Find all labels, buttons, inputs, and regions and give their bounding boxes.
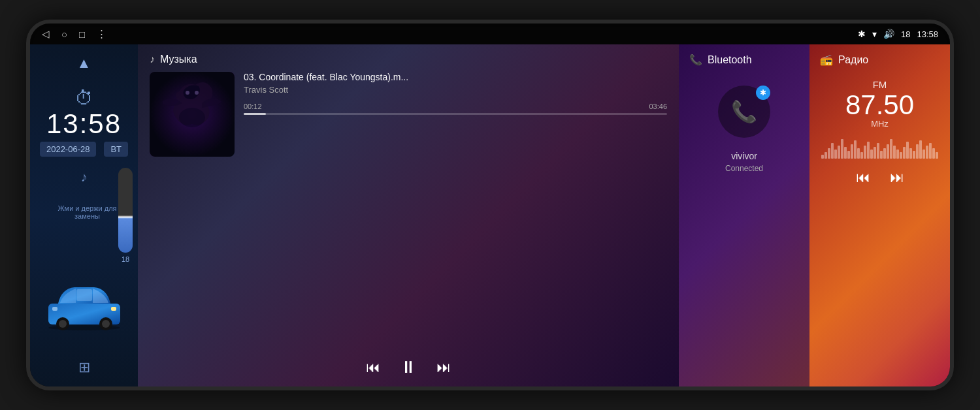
- status-right: ✱ ▾ 🔊 18 13:58: [858, 29, 938, 39]
- bt-device-name: vivivor: [689, 151, 799, 161]
- car-image[interactable]: [42, 274, 127, 333]
- wifi-status-icon: ▾: [872, 29, 877, 39]
- bluetooth-panel: 📞 Bluetooth 📞 ✱ vivivor Connected: [679, 44, 809, 386]
- nav-buttons: ◁ ○ □ ⋮: [42, 28, 106, 40]
- volume-slider[interactable]: [118, 168, 133, 253]
- time-total: 03:46: [649, 102, 667, 110]
- radio-next-button[interactable]: ⏭: [890, 169, 904, 186]
- spectrum-bar: [890, 139, 892, 159]
- bt-panel-header: 📞 Bluetooth: [689, 54, 799, 66]
- svg-rect-8: [52, 307, 57, 311]
- grid-sidebar-icon[interactable]: ⊞: [74, 355, 94, 380]
- spectrum-bar: [916, 144, 919, 159]
- spectrum-bar: [860, 152, 863, 159]
- clock-icon: ⏱: [40, 87, 128, 109]
- svg-point-10: [186, 91, 189, 95]
- spectrum-bar: [854, 140, 857, 159]
- time-current: 00:12: [244, 102, 262, 110]
- svg-point-11: [195, 91, 199, 95]
- album-art: [150, 72, 235, 157]
- spectrum-bar: [841, 139, 843, 159]
- spectrum-bar: [932, 148, 935, 159]
- device-frame: ◁ ○ □ ⋮ ✱ ▾ 🔊 18 13:58 ▲ ⏱ 13:58 2022-06…: [26, 20, 954, 390]
- bluetooth-status-icon: ✱: [858, 29, 866, 39]
- spectrum-bar: [923, 150, 925, 159]
- nav-more-button[interactable]: ⋮: [97, 28, 106, 40]
- radio-frequency: 87.50: [820, 91, 939, 119]
- bt-phone-circle[interactable]: 📞 ✱: [718, 86, 770, 138]
- track-name: 03. Coordinate (feat. Blac Youngsta).m..…: [244, 72, 667, 82]
- music-panel: ♪ Музыка: [138, 44, 679, 386]
- volume-slider-wrap[interactable]: 18: [118, 168, 133, 263]
- spectrum-bar: [896, 150, 899, 159]
- progress-bar-wrap: 00:12 03:46: [244, 102, 667, 115]
- spectrum-bar: [828, 148, 830, 159]
- spectrum-bar: [838, 146, 840, 159]
- svg-point-12: [179, 108, 205, 127]
- bt-phone-wrap: 📞 ✱: [689, 86, 799, 138]
- clock-date-row: 2022-06-28 BT: [40, 142, 128, 157]
- spectrum-bar: [906, 142, 909, 159]
- main-content: ▲ ⏱ 13:58 2022-06-28 BT ♪ Жми и держи дл…: [30, 44, 950, 386]
- music-panel-icon: ♪: [150, 54, 155, 65]
- spectrum-bar: [831, 143, 834, 159]
- svg-point-6: [102, 320, 110, 328]
- playback-controls: ⏮ ⏸ ⏭: [150, 357, 667, 377]
- progress-bar[interactable]: [244, 113, 667, 115]
- bt-phone-icon: 📞: [731, 99, 757, 124]
- spectrum-bar: [847, 151, 850, 159]
- spectrum-bar: [834, 150, 837, 159]
- track-artist: Travis Scott: [244, 85, 667, 95]
- svg-rect-2: [76, 289, 92, 301]
- spectrum-bar: [857, 148, 860, 159]
- volume-label: 18: [122, 255, 129, 263]
- bt-panel-title[interactable]: Bluetooth: [708, 54, 752, 66]
- bt-status: Connected: [689, 164, 799, 173]
- next-track-button[interactable]: ⏭: [436, 359, 451, 376]
- radio-controls: ⏮ ⏭: [820, 169, 939, 186]
- radio-panel-header: 📻 Радио: [820, 54, 939, 66]
- volume-status-icon: 🔊: [883, 29, 894, 39]
- spectrum-bar: [903, 147, 906, 159]
- spectrum-bar: [909, 148, 912, 159]
- spectrum-bar: [867, 142, 870, 159]
- music-content: 03. Coordinate (feat. Blac Youngsta).m..…: [150, 72, 667, 351]
- music-sidebar-icon[interactable]: ♪: [77, 166, 91, 189]
- nav-back-button[interactable]: ◁: [42, 28, 50, 40]
- prev-track-button[interactable]: ⏮: [366, 359, 380, 376]
- radio-prev-button[interactable]: ⏮: [856, 169, 870, 186]
- music-panel-title[interactable]: Музыка: [160, 54, 197, 65]
- clock-section: ⏱ 13:58 2022-06-28 BT: [40, 87, 128, 157]
- spectrum-bar: [851, 144, 853, 159]
- bt-badge: ✱: [756, 86, 770, 100]
- spectrum-bar: [877, 143, 879, 159]
- navigation-icon[interactable]: ▲: [73, 51, 95, 76]
- left-sidebar: ▲ ⏱ 13:58 2022-06-28 BT ♪ Жми и держи дл…: [30, 44, 138, 386]
- status-bar: ◁ ○ □ ⋮ ✱ ▾ 🔊 18 13:58: [30, 24, 950, 44]
- play-pause-button[interactable]: ⏸: [400, 357, 417, 377]
- replace-hint: Жми и держи для замены: [48, 204, 127, 220]
- spectrum-bar: [825, 152, 827, 159]
- radio-panel-title[interactable]: Радио: [838, 54, 868, 66]
- spectrum-bar: [821, 155, 824, 159]
- radio-panel: 📻 Радио FM 87.50 MHz ⏮ ⏭: [809, 44, 950, 386]
- clock-bt-label: BT: [104, 142, 128, 157]
- track-info: 03. Coordinate (feat. Blac Youngsta).m..…: [244, 72, 667, 119]
- spectrum-bar: [893, 146, 896, 159]
- spectrum-bar: [913, 151, 915, 159]
- spectrum-bar: [883, 148, 886, 159]
- svg-point-4: [59, 320, 67, 328]
- nav-home-button[interactable]: ○: [61, 29, 67, 40]
- svg-rect-7: [111, 307, 116, 311]
- spectrum-bar: [844, 147, 847, 159]
- nav-recents-button[interactable]: □: [79, 29, 85, 40]
- spectrum-bar: [870, 150, 873, 159]
- progress-time-row: 00:12 03:46: [244, 102, 667, 110]
- spectrum-bar: [874, 147, 876, 159]
- clock-date: 2022-06-28: [40, 142, 97, 157]
- radio-spectrum: [820, 139, 939, 159]
- spectrum-bar: [926, 146, 928, 159]
- car-image-area: Жми и держи для замены: [42, 198, 127, 339]
- radio-fm-label: FM: [820, 79, 939, 90]
- spectrum-bar: [919, 140, 922, 159]
